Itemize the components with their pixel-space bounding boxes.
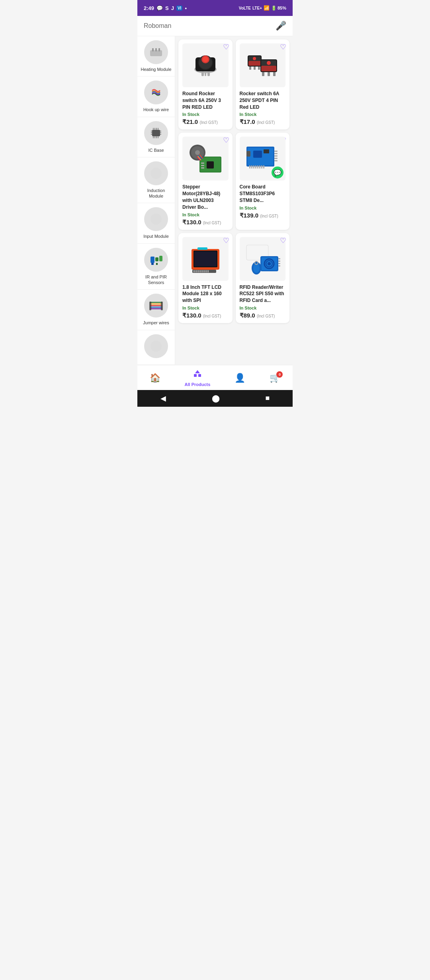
product-card-p5[interactable]: ♡ [178, 233, 233, 323]
product-card-p4[interactable]: ♡ [236, 133, 290, 229]
product-name-p6: RFID Reader/Writer RC522 SPI S50 with RF… [240, 284, 286, 304]
sidebar-item-jumper-wires[interactable]: Jumper wires [137, 290, 175, 330]
cart-badge: 0 [276, 371, 283, 378]
nav-item-home[interactable]: 🏠 [150, 373, 160, 383]
product-card-p2[interactable]: ♡ [236, 39, 290, 129]
in-stock-p1: In Stock [182, 112, 229, 117]
dot-icon: • [185, 5, 187, 11]
svg-rect-9 [160, 131, 161, 131]
sidebar-img-heating [144, 40, 168, 64]
svg-rect-25 [159, 256, 162, 261]
product-card-p3[interactable]: ♡ [178, 133, 233, 229]
wishlist-btn-p3[interactable]: ♡ [223, 136, 229, 145]
product-row-2: ♡ [178, 133, 289, 229]
sidebar-item-more[interactable] [137, 330, 175, 365]
product-name-p5: 1.8 Inch TFT LCD Module 128 x 160 with S… [182, 284, 229, 304]
sidebar-item-hookup-wire[interactable]: Hook up wire [137, 76, 175, 117]
product-img-rocker-spdt [240, 43, 286, 87]
nav-item-all-products[interactable]: All Products [185, 369, 211, 387]
in-stock-p5: In Stock [182, 306, 229, 310]
sidebar-label-wire: Hook up wire [143, 107, 169, 112]
svg-rect-19 [158, 136, 158, 138]
nav-item-cart[interactable]: 🛒 0 [270, 373, 280, 383]
svg-rect-86 [274, 155, 278, 157]
svg-rect-73 [246, 151, 250, 157]
product-row-1: ♡ Round R [178, 39, 289, 129]
svg-rect-98 [201, 270, 203, 272]
svg-rect-101 [207, 270, 209, 272]
svg-marker-115 [195, 370, 200, 373]
sidebar-label-induction: Induction Module [140, 188, 172, 199]
nav-item-profile[interactable]: 👤 [235, 373, 245, 383]
svg-rect-23 [151, 263, 154, 265]
svg-rect-78 [253, 165, 254, 169]
svg-rect-1 [152, 48, 154, 51]
svg-rect-8 [151, 134, 152, 135]
svg-point-54 [267, 61, 271, 65]
svg-rect-16 [153, 136, 154, 138]
sidebar-item-heating-module[interactable]: Heating Module [137, 36, 175, 76]
svg-rect-55 [262, 72, 264, 76]
svg-rect-100 [205, 270, 207, 272]
svg-point-47 [253, 57, 256, 60]
sidebar-img-icbase [144, 121, 168, 145]
bottom-nav: 🏠 All Products 👤 🛒 0 [137, 365, 293, 390]
svg-rect-15 [158, 128, 158, 130]
recents-button[interactable]: ■ [266, 394, 270, 402]
svg-rect-94 [194, 270, 195, 272]
search-input[interactable] [144, 22, 276, 29]
svg-rect-46 [248, 61, 261, 66]
svg-rect-88 [274, 160, 278, 161]
whatsapp-icon[interactable]: 💬 [272, 167, 283, 178]
product-img-rocker-round [182, 43, 229, 87]
svg-rect-12 [153, 128, 154, 130]
svg-rect-5 [152, 130, 160, 136]
home-button[interactable]: ⬤ [212, 394, 220, 403]
price-p2: ₹17.0 (Incl GST) [240, 118, 286, 125]
svg-rect-77 [251, 165, 252, 169]
price-p4: ₹139.0 (Incl GST) [240, 212, 286, 219]
sidebar-item-ir-pir[interactable]: IR and PIR Sensors [137, 244, 175, 290]
product-img-stepper [182, 137, 229, 180]
svg-rect-43 [205, 72, 206, 76]
status-right: VoLTE LTE+ 📶 🔋85% [239, 5, 286, 11]
svg-point-34 [150, 341, 162, 352]
price-p3: ₹130.0 (Incl GST) [182, 219, 229, 226]
sidebar-img-ir-pir [144, 248, 168, 272]
product-name-p2: Rocker switch 6A 250V SPDT 4 PIN Red LED [240, 90, 286, 110]
sidebar-item-ic-base[interactable]: IC Base [137, 117, 175, 157]
wishlist-btn-p6[interactable]: ♡ [280, 236, 286, 245]
status-left: 2:49 💬 S J VI • [144, 5, 187, 11]
svg-rect-83 [263, 165, 264, 169]
svg-rect-26 [156, 263, 158, 265]
svg-rect-14 [156, 128, 157, 130]
sidebar-item-input-module[interactable]: Input Module [137, 203, 175, 243]
product-name-p4: Core Board STM8S103F3P6 STM8 De... [240, 184, 286, 204]
svg-rect-117 [198, 374, 201, 377]
sidebar-label-icbase: IC Base [148, 147, 164, 153]
svg-rect-41 [201, 71, 204, 76]
wishlist-btn-p5[interactable]: ♡ [223, 236, 229, 245]
sidebar-item-induction-module[interactable]: Induction Module [137, 157, 175, 204]
status-bar: 2:49 💬 S J VI • VoLTE LTE+ 📶 🔋85% [137, 0, 293, 16]
svg-rect-33 [161, 302, 163, 310]
product-card-p6[interactable]: ♡ [236, 233, 290, 323]
price-p1: ₹21.0 (Incl GST) [182, 118, 229, 125]
search-bar: 🎤 [137, 16, 293, 36]
svg-rect-53 [261, 66, 276, 71]
back-button[interactable]: ◀ [160, 394, 166, 403]
sidebar-img-input [144, 207, 168, 231]
product-name-p1: Round Rocker switch 6A 250V 3 PIN RED LE… [182, 90, 229, 110]
main-content: Heating Module Hook up wire [137, 36, 293, 365]
wishlist-btn-p1[interactable]: ♡ [223, 43, 229, 51]
svg-rect-116 [194, 374, 197, 377]
grid-icon [193, 369, 202, 381]
wishlist-btn-p2[interactable]: ♡ [280, 43, 286, 51]
svg-rect-60 [207, 161, 214, 169]
svg-rect-82 [261, 165, 262, 169]
microphone-icon[interactable]: 🎤 [276, 21, 286, 31]
product-card-p1[interactable]: ♡ Round R [178, 39, 233, 129]
sidebar-img-wire [144, 80, 168, 104]
svg-rect-79 [255, 165, 256, 169]
s-icon: S [165, 5, 169, 11]
